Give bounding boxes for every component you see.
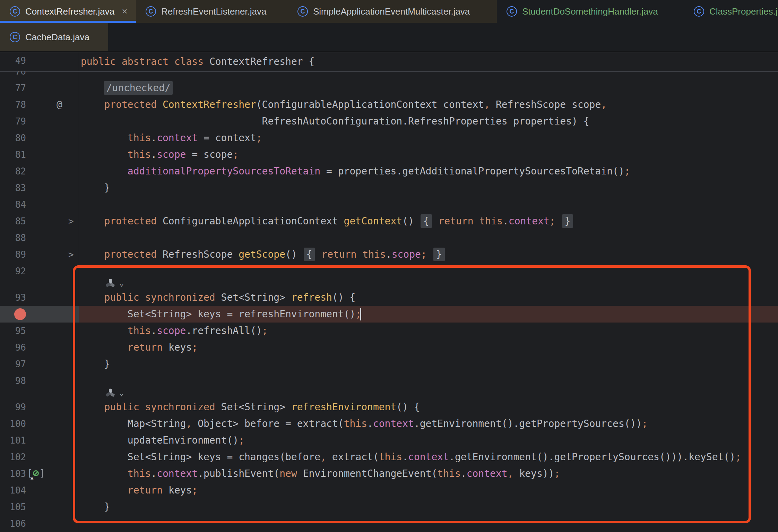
gutter-cell[interactable]: 81 — [0, 146, 79, 163]
code-line[interactable]: protected ContextRefresher(ConfigurableA… — [79, 96, 778, 113]
gutter-cell[interactable] — [0, 306, 79, 323]
code-token — [81, 501, 104, 513]
gutter-cell[interactable]: 101 — [0, 432, 79, 449]
gutter-cell[interactable]: 102 — [0, 449, 79, 465]
code-line[interactable]: this.scope.refreshAll(); — [79, 323, 778, 339]
gutter-cell[interactable]: 93 — [0, 289, 79, 306]
code-editor[interactable]: 7677 /unchecked/78@ protected ContextRef… — [0, 71, 778, 532]
gutter-cell[interactable]: 105 — [0, 499, 79, 515]
ai-assistant-icon[interactable] — [105, 388, 116, 400]
gutter-cell[interactable]: 92 — [0, 263, 79, 280]
code-line[interactable]: return keys; — [79, 339, 778, 356]
indent-guide — [103, 415, 103, 499]
code-line[interactable]: protected RefreshScope getScope() { retu… — [79, 246, 778, 263]
ai-assistant-icon[interactable] — [105, 278, 116, 291]
code-token: Set<String> — [221, 401, 291, 413]
code-line[interactable] — [79, 372, 778, 389]
gutter-cell[interactable]: 95 — [0, 323, 79, 339]
code-line-row: 106 — [0, 515, 778, 532]
code-line[interactable]: public synchronized Set<String> refresh(… — [79, 289, 778, 306]
tab-label: ContextRefresher.java — [25, 6, 114, 17]
code-line[interactable]: Map<String, Object> before = extract(thi… — [79, 415, 778, 432]
code-line[interactable]: additionalPropertySourcesToRetain = prop… — [79, 163, 778, 180]
code-line[interactable]: this.scope = scope; — [79, 146, 778, 163]
gutter-cell[interactable]: 97 — [0, 356, 79, 372]
code-line[interactable]: RefreshAutoConfiguration.RefreshProperti… — [79, 113, 778, 130]
code-token: scope — [157, 325, 186, 336]
code-line[interactable]: Set<String> keys = refreshEnvironment(); — [79, 306, 778, 323]
code-line[interactable]: this.context = context; — [79, 130, 778, 146]
code-token: = scope — [186, 149, 233, 160]
code-line[interactable]: } — [79, 180, 778, 196]
fold-arrow-icon[interactable]: > — [68, 213, 74, 230]
code-line-row: 81 this.scope = scope; — [0, 146, 778, 163]
gutter-cell[interactable]: 99 — [0, 399, 79, 415]
chevron-down-icon[interactable]: ⌄ — [119, 280, 124, 287]
code-token: (ConfigurableApplicationContext context — [256, 99, 484, 110]
code-token: , — [601, 99, 607, 110]
class-icon: C — [694, 6, 704, 17]
code-line[interactable]: } — [79, 356, 778, 372]
code-line[interactable]: this.context.publishEvent(new Environmen… — [79, 465, 778, 482]
chevron-down-icon[interactable]: ⌄ — [119, 389, 124, 397]
code-token — [81, 401, 104, 413]
code-line[interactable]: } — [79, 499, 778, 515]
gutter-cell[interactable]: 98 — [0, 372, 79, 389]
line-number: 102 — [10, 449, 26, 465]
editor-tab[interactable]: CClassProperties.ja — [684, 0, 778, 23]
gutter-cell[interactable]: 103[]▲ — [0, 465, 79, 482]
gutter-cell[interactable]: 104 — [0, 482, 79, 499]
gutter-cell[interactable]: 88 — [0, 230, 79, 246]
gutter-cell[interactable]: 100 — [0, 415, 79, 432]
code-line[interactable]: updateEnvironment(); — [79, 432, 778, 449]
code-token: public synchronized — [104, 292, 221, 303]
gutter-cell[interactable]: 106 — [0, 515, 79, 532]
fold-arrow-icon[interactable]: > — [68, 246, 74, 263]
line-number: 84 — [15, 196, 26, 213]
code-token: additionalPropertySourcesToRetain — [128, 165, 320, 177]
code-line[interactable] — [79, 515, 778, 532]
tab-close-icon[interactable]: × — [122, 7, 127, 16]
gutter-cell[interactable]: 82 — [0, 163, 79, 180]
gutter-cell[interactable]: 84 — [0, 196, 79, 213]
code-token: { — [421, 214, 432, 228]
gutter-cell[interactable]: 77 — [0, 80, 79, 96]
code-token — [81, 451, 128, 463]
gutter-cell[interactable]: 89> — [0, 246, 79, 263]
code-line-row: 98 — [0, 372, 778, 389]
code-line[interactable] — [79, 230, 778, 246]
code-token: } — [104, 501, 110, 513]
breakpoint-icon[interactable] — [14, 308, 26, 320]
gutter-cell[interactable]: 83 — [0, 180, 79, 196]
gutter-cell[interactable]: 80 — [0, 130, 79, 146]
code-token: , — [186, 418, 192, 429]
gutter-cell[interactable]: 79 — [0, 113, 79, 130]
gutter-cell[interactable]: 85> — [0, 213, 79, 230]
code-line[interactable]: protected ConfigurableApplicationContext… — [79, 213, 778, 230]
code-token: ContextRefresher — [163, 99, 256, 110]
code-line-row: 103[]▲ this.context.publishEvent(new Env… — [0, 465, 778, 482]
code-line[interactable] — [79, 196, 778, 213]
code-line[interactable]: public synchronized Set<String> refreshE… — [79, 399, 778, 415]
editor-tab[interactable]: CContextRefresher.java× — [0, 0, 136, 23]
sticky-code-line[interactable]: public abstract class ContextRefresher { — [79, 52, 778, 71]
code-token — [427, 249, 433, 260]
editor-tab[interactable]: CCacheData.java — [0, 23, 108, 51]
gutter-cell[interactable]: 76 — [0, 71, 79, 80]
code-token: ; — [233, 149, 239, 160]
code-line[interactable] — [79, 263, 778, 280]
code-line-row: 88 — [0, 230, 778, 246]
code-token: } — [104, 182, 110, 194]
editor-tab[interactable]: CRefreshEventListener.java — [136, 0, 288, 23]
editor-tab[interactable]: CStudentDoSomethingHandler.java — [497, 0, 684, 23]
gutter-mark-icon[interactable]: [] — [27, 465, 45, 481]
gutter-cell[interactable]: 78@ — [0, 96, 79, 113]
code-line[interactable]: return keys; — [79, 482, 778, 499]
editor-tab[interactable]: CSimpleApplicationEventMulticaster.java — [288, 0, 497, 23]
code-token — [81, 468, 128, 479]
code-line[interactable]: /unchecked/ — [79, 80, 778, 96]
code-line-row: 80 this.context = context; — [0, 130, 778, 146]
gutter-cell[interactable]: 96 — [0, 339, 79, 356]
code-line[interactable] — [79, 71, 778, 80]
code-line[interactable]: Set<String> keys = changes(before, extra… — [79, 449, 778, 465]
